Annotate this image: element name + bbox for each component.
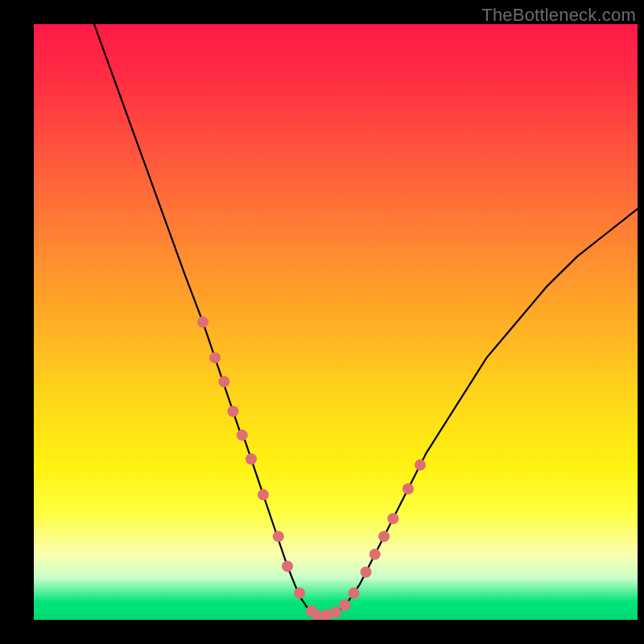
highlight-dot — [402, 483, 414, 494]
highlight-dot — [339, 600, 350, 611]
highlight-dot — [218, 376, 229, 387]
highlight-dot — [228, 406, 239, 417]
highlight-dot — [282, 560, 293, 572]
highlight-dot — [294, 588, 305, 599]
curve-layer — [34, 24, 638, 620]
highlight-dot — [273, 530, 284, 542]
highlight-dot — [246, 453, 257, 464]
highlight-dot — [197, 316, 208, 328]
highlight-dot — [369, 549, 381, 560]
chart-frame: TheBottleneck.com — [0, 0, 644, 644]
highlight-dot — [415, 460, 426, 471]
highlight-dot — [237, 430, 248, 441]
highlight-dot — [387, 513, 398, 524]
bottleneck-curve — [94, 24, 638, 617]
plot-area — [34, 24, 638, 620]
highlight-dot — [330, 606, 341, 617]
highlight-dot — [258, 489, 269, 501]
highlight-dots — [197, 316, 426, 620]
highlight-dot — [349, 588, 360, 599]
highlight-dot — [378, 530, 390, 542]
watermark-text: TheBottleneck.com — [481, 5, 636, 26]
highlight-dot — [361, 567, 372, 578]
highlight-dot — [209, 352, 221, 363]
